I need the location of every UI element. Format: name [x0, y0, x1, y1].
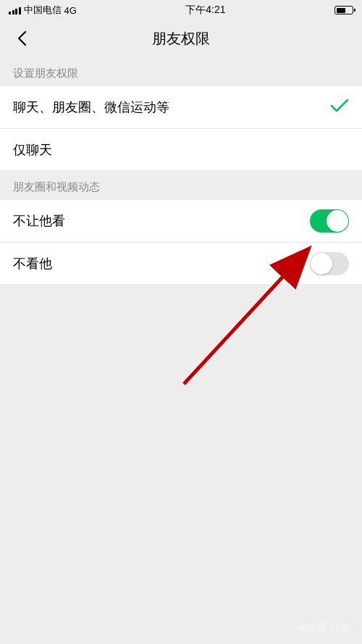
- toggle-hide-from-him[interactable]: 不让他看: [0, 200, 362, 242]
- watermark: Bai百 经验: [298, 620, 352, 635]
- status-time: 下午4:21: [185, 4, 225, 17]
- network-label: 4G: [64, 5, 77, 16]
- moments-list: 不让他看 不看他: [0, 200, 362, 284]
- toggle-knob: [327, 210, 348, 232]
- nav-bar: 朋友权限: [0, 20, 362, 57]
- toggle-switch[interactable]: [310, 252, 349, 275]
- section-header-moments: 朋友圈和视频动态: [0, 170, 362, 200]
- section-header-permissions: 设置朋友权限: [0, 57, 362, 86]
- watermark-text: 经验: [330, 621, 352, 635]
- option-chat-moments-sports[interactable]: 聊天、朋友圈、微信运动等: [0, 86, 362, 128]
- chevron-left-icon: [17, 30, 27, 46]
- toggle-label: 不看他: [13, 255, 52, 272]
- status-bar: 中国电信 4G 下午4:21: [0, 0, 362, 20]
- option-label: 仅聊天: [13, 141, 52, 159]
- battery-icon: [334, 6, 353, 14]
- status-left: 中国电信 4G: [9, 4, 77, 17]
- option-label: 聊天、朋友圈、微信运动等: [13, 99, 169, 116]
- watermark-logo: Bai百: [298, 620, 326, 635]
- permissions-list: 聊天、朋友圈、微信运动等 仅聊天: [0, 86, 362, 170]
- toggle-knob: [311, 253, 332, 275]
- option-chat-only[interactable]: 仅聊天: [0, 128, 362, 170]
- checkmark-icon: [330, 99, 349, 116]
- carrier-label: 中国电信: [24, 4, 62, 17]
- toggle-switch[interactable]: [310, 209, 349, 233]
- page-title: 朋友权限: [0, 29, 362, 49]
- toggle-hide-his[interactable]: 不看他: [0, 242, 362, 284]
- toggle-label: 不让他看: [13, 212, 65, 230]
- status-right: [334, 6, 353, 14]
- signal-icon: [9, 6, 21, 14]
- back-button[interactable]: [7, 24, 36, 53]
- watermark-url: jingyan.baidu.com: [293, 635, 352, 643]
